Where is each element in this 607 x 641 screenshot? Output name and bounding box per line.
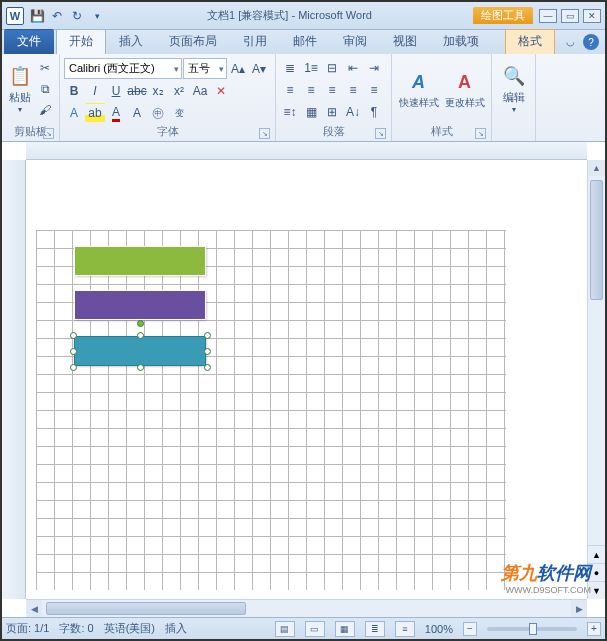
draft-view-icon[interactable]: ≡ <box>395 621 415 637</box>
change-case-icon[interactable]: Aa <box>190 81 210 101</box>
tab-addins[interactable]: 加载项 <box>430 29 492 54</box>
align-left-icon[interactable]: ≡ <box>280 80 300 100</box>
multilevel-icon[interactable]: ⊟ <box>322 58 342 78</box>
resize-handle[interactable] <box>70 348 77 355</box>
vertical-scrollbar[interactable]: ▲ ▼ <box>587 160 605 599</box>
zoom-thumb[interactable] <box>529 623 537 635</box>
subscript-icon[interactable]: x₂ <box>148 81 168 101</box>
resize-handle[interactable] <box>204 332 211 339</box>
grow-font-icon[interactable]: A▴ <box>228 59 248 79</box>
shape-rectangle-green[interactable] <box>74 246 206 276</box>
justify-icon[interactable]: ≡ <box>343 80 363 100</box>
zoom-out-icon[interactable]: − <box>463 622 477 636</box>
close-button[interactable]: ✕ <box>583 9 601 23</box>
resize-handle[interactable] <box>70 364 77 371</box>
editing-button[interactable]: 🔍 编辑 ▾ <box>496 56 531 122</box>
scroll-right-icon[interactable]: ▶ <box>571 600 587 617</box>
shape-rectangle-teal[interactable] <box>74 336 206 366</box>
vertical-ruler[interactable] <box>2 160 26 599</box>
superscript-icon[interactable]: x² <box>169 81 189 101</box>
shape-rectangle-purple[interactable] <box>74 290 206 320</box>
paste-button[interactable]: 📋 粘贴 ▾ <box>6 56 34 122</box>
resize-handle[interactable] <box>204 364 211 371</box>
minimize-button[interactable]: — <box>539 9 557 23</box>
shrink-font-icon[interactable]: A▾ <box>249 59 269 79</box>
distributed-icon[interactable]: ≡ <box>364 80 384 100</box>
horizontal-ruler[interactable] <box>26 142 587 160</box>
char-shading-icon[interactable]: A <box>127 103 147 123</box>
paragraph-launcher-icon[interactable]: ↘ <box>375 128 386 139</box>
status-page[interactable]: 页面: 1/1 <box>6 621 49 636</box>
tab-references[interactable]: 引用 <box>230 29 280 54</box>
enclose-char-icon[interactable]: ㊥ <box>148 103 168 123</box>
scroll-thumb-h[interactable] <box>46 602 246 615</box>
redo-icon[interactable]: ↻ <box>68 7 86 25</box>
next-page-icon[interactable]: ▼ <box>588 581 605 599</box>
italic-icon[interactable]: I <box>85 81 105 101</box>
clipboard-launcher-icon[interactable]: ↘ <box>43 128 54 139</box>
font-color-icon[interactable]: A <box>106 103 126 123</box>
text-effects-icon[interactable]: A <box>64 103 84 123</box>
scroll-thumb-v[interactable] <box>590 180 603 300</box>
rotate-handle-icon[interactable] <box>137 320 144 327</box>
format-painter-icon[interactable]: 🖌 <box>35 100 55 120</box>
resize-handle[interactable] <box>204 348 211 355</box>
show-marks-icon[interactable]: ¶ <box>364 102 384 122</box>
copy-icon[interactable]: ⧉ <box>35 79 55 99</box>
page-viewport[interactable] <box>26 160 587 599</box>
fullscreen-reading-view-icon[interactable]: ▭ <box>305 621 325 637</box>
bullets-icon[interactable]: ≣ <box>280 58 300 78</box>
clear-formatting-icon[interactable]: ✕ <box>211 81 231 101</box>
tab-review[interactable]: 审阅 <box>330 29 380 54</box>
resize-handle[interactable] <box>70 332 77 339</box>
align-right-icon[interactable]: ≡ <box>322 80 342 100</box>
styles-launcher-icon[interactable]: ↘ <box>475 128 486 139</box>
zoom-slider[interactable] <box>487 627 577 631</box>
resize-handle[interactable] <box>137 332 144 339</box>
sort-icon[interactable]: A↓ <box>343 102 363 122</box>
tab-file[interactable]: 文件 <box>4 29 54 54</box>
help-icon[interactable]: ? <box>583 34 599 50</box>
line-spacing-icon[interactable]: ≡↕ <box>280 102 300 122</box>
status-mode[interactable]: 插入 <box>165 621 187 636</box>
scroll-up-icon[interactable]: ▲ <box>588 160 605 176</box>
phonetic-guide-icon[interactable]: 变 <box>169 103 189 123</box>
increase-indent-icon[interactable]: ⇥ <box>364 58 384 78</box>
outline-view-icon[interactable]: ≣ <box>365 621 385 637</box>
font-size-combo[interactable]: 五号 <box>183 58 227 79</box>
shading-icon[interactable]: ▦ <box>301 102 321 122</box>
zoom-level[interactable]: 100% <box>425 623 453 635</box>
bold-icon[interactable]: B <box>64 81 84 101</box>
font-name-combo[interactable]: Calibri (西文正文) <box>64 58 182 79</box>
zoom-in-icon[interactable]: + <box>587 622 601 636</box>
web-layout-view-icon[interactable]: ▦ <box>335 621 355 637</box>
print-layout-view-icon[interactable]: ▤ <box>275 621 295 637</box>
maximize-button[interactable]: ▭ <box>561 9 579 23</box>
quick-styles-button[interactable]: A 快速样式 <box>396 56 441 122</box>
strikethrough-icon[interactable]: abc <box>127 81 147 101</box>
tab-mailings[interactable]: 邮件 <box>280 29 330 54</box>
minimize-ribbon-icon[interactable]: ◡ <box>563 34 577 48</box>
status-language[interactable]: 英语(美国) <box>104 621 155 636</box>
highlight-icon[interactable]: ab <box>85 103 105 123</box>
borders-icon[interactable]: ⊞ <box>322 102 342 122</box>
prev-page-icon[interactable]: ▲ <box>588 545 605 563</box>
undo-icon[interactable]: ↶ <box>48 7 66 25</box>
browse-object-icon[interactable]: ● <box>588 563 605 581</box>
tab-page-layout[interactable]: 页面布局 <box>156 29 230 54</box>
tab-home[interactable]: 开始 <box>56 29 106 54</box>
cut-icon[interactable]: ✂ <box>35 58 55 78</box>
status-words[interactable]: 字数: 0 <box>59 621 93 636</box>
change-styles-button[interactable]: A 更改样式 <box>442 56 487 122</box>
resize-handle[interactable] <box>137 364 144 371</box>
save-icon[interactable]: 💾 <box>28 7 46 25</box>
qat-customize-icon[interactable]: ▾ <box>88 7 106 25</box>
align-center-icon[interactable]: ≡ <box>301 80 321 100</box>
font-launcher-icon[interactable]: ↘ <box>259 128 270 139</box>
tab-view[interactable]: 视图 <box>380 29 430 54</box>
tab-insert[interactable]: 插入 <box>106 29 156 54</box>
numbering-icon[interactable]: 1≡ <box>301 58 321 78</box>
underline-icon[interactable]: U <box>106 81 126 101</box>
horizontal-scrollbar[interactable]: ◀ ▶ <box>26 599 587 617</box>
decrease-indent-icon[interactable]: ⇤ <box>343 58 363 78</box>
